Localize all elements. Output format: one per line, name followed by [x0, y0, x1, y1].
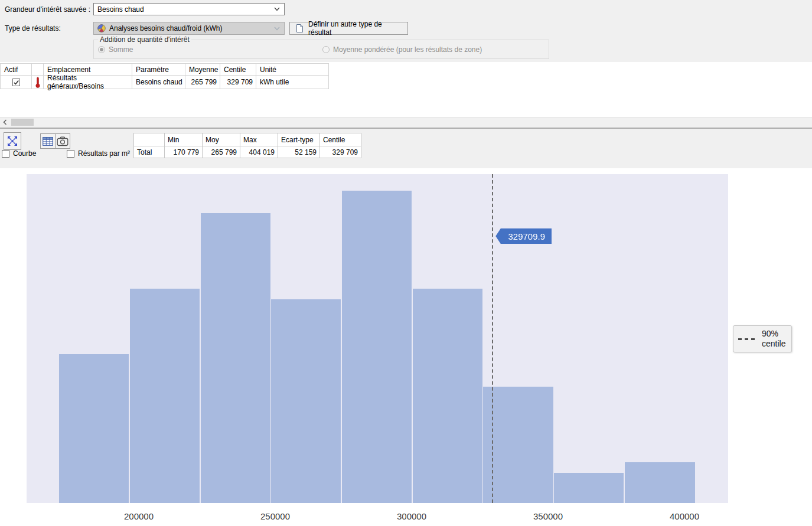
- thermometer-icon: [35, 77, 41, 88]
- stats-header-ecart-type: Ecart-type: [278, 133, 320, 146]
- resultats-m2-checkbox[interactable]: [67, 150, 74, 158]
- percentile-value-label: 329709.9: [495, 228, 552, 244]
- histogram-bar: [130, 289, 200, 503]
- snapshot-button[interactable]: [55, 133, 70, 149]
- stats-total-label: Total: [134, 146, 165, 158]
- courbe-checkbox-label: Courbe: [13, 149, 36, 158]
- scrollbar-thumb[interactable]: [11, 119, 34, 126]
- saved-quantity-value: Besoins chaud: [94, 5, 274, 14]
- results-table: Actif Emplacement Paramètre Moyenne Cent…: [0, 63, 329, 89]
- column-header-actif[interactable]: Actif: [1, 64, 32, 76]
- legend: 90% centile: [733, 325, 792, 352]
- radio-icon: [322, 46, 330, 53]
- chevron-down-icon: [274, 27, 280, 31]
- histogram-bar: [413, 289, 482, 503]
- courbe-checkbox-row[interactable]: Courbe: [2, 149, 36, 158]
- x-axis-tick-label: 250000: [260, 511, 290, 521]
- stats-max-value: 404 019: [240, 146, 278, 158]
- stats-header-max: Max: [240, 133, 278, 146]
- define-result-type-button[interactable]: Définir un autre type de résultat: [289, 22, 408, 35]
- stats-centile-value: 329 709: [320, 146, 361, 158]
- addition-groupbox: Addition de quantité d'intérêt Somme Moy…: [93, 40, 549, 59]
- plot-area: 329709.9: [27, 174, 728, 503]
- results-table-panel: Actif Emplacement Paramètre Moyenne Cent…: [0, 62, 812, 117]
- histogram-bar: [59, 354, 129, 503]
- histogram-bar: [201, 213, 270, 503]
- x-axis-tick-label: 350000: [533, 511, 563, 521]
- legend-line-1: 90%: [762, 329, 785, 339]
- percentile-line: [492, 174, 493, 503]
- pie-chart-icon: [97, 24, 106, 32]
- top-panel: Grandeur d'intérêt sauvée : Besoins chau…: [0, 0, 812, 62]
- resultats-m2-checkbox-row[interactable]: Résultats par m²: [67, 149, 130, 158]
- radio-icon: [98, 46, 105, 53]
- stats-total-row: Total 170 779 265 799 404 019 52 159 329…: [134, 146, 361, 158]
- radio-moyenne-ponderee-label: Moyenne pondérée (pour les résultats de …: [333, 45, 482, 54]
- row-actif-cell[interactable]: [1, 76, 32, 89]
- root-window: Grandeur d'intérêt sauvée : Besoins chau…: [0, 0, 812, 526]
- dashed-line-legend-icon: [738, 338, 756, 340]
- chart-panel: 329709.9 200000250000300000350000400000 …: [0, 168, 812, 526]
- stats-header-min: Min: [165, 133, 203, 146]
- column-header-parametre[interactable]: Paramètre: [132, 64, 185, 76]
- row-icon-cell: [32, 76, 44, 89]
- column-header-icon[interactable]: [32, 64, 44, 76]
- row-unite-cell[interactable]: kWh utile: [256, 76, 329, 89]
- row-emplacement-cell[interactable]: Résultats généraux/Besoins: [44, 76, 132, 89]
- x-axis-tick-label: 400000: [670, 511, 699, 521]
- resultats-m2-checkbox-label: Résultats par m²: [78, 149, 130, 158]
- stats-header-moy: Moy: [203, 133, 240, 146]
- result-type-value: Analyses besoins chaud/froid (kWh): [106, 24, 274, 32]
- define-result-type-label: Définir un autre type de résultat: [308, 20, 402, 37]
- histogram-bar: [342, 191, 412, 503]
- fit-view-button[interactable]: [4, 132, 21, 150]
- result-type-dropdown[interactable]: Analyses besoins chaud/froid (kWh): [93, 22, 285, 35]
- x-axis-tick-label: 300000: [397, 511, 426, 521]
- horizontal-scrollbar[interactable]: [0, 117, 812, 127]
- document-icon: [296, 24, 304, 33]
- row-centile-cell[interactable]: 329 709: [220, 76, 256, 89]
- row-moyenne-cell[interactable]: 265 799: [185, 76, 220, 89]
- table-view-button[interactable]: [40, 133, 56, 149]
- histogram-bar: [271, 299, 341, 503]
- addition-groupbox-title: Addition de quantité d'intérêt: [98, 35, 191, 44]
- x-axis-tick-label: 200000: [124, 511, 154, 521]
- stats-ecart-type-value: 52 159: [278, 146, 320, 158]
- histogram-bar: [483, 387, 553, 503]
- radio-somme-label: Somme: [109, 45, 133, 54]
- stats-header-centile: Centile: [320, 133, 361, 146]
- histogram-bar: [625, 462, 696, 503]
- column-header-moyenne[interactable]: Moyenne: [185, 64, 220, 76]
- column-header-unite[interactable]: Unité: [256, 64, 329, 76]
- result-type-label: Type de résultats:: [5, 24, 61, 32]
- scroll-left-arrow-icon[interactable]: [0, 117, 10, 127]
- table-icon: [43, 137, 53, 146]
- legend-line-2: centile: [762, 339, 785, 349]
- tools-panel: Courbe Résultats par m² Min Moy Max Ecar…: [0, 129, 812, 168]
- radio-moyenne-ponderee[interactable]: Moyenne pondérée (pour les résultats de …: [322, 45, 482, 54]
- row-active-checkbox[interactable]: [12, 79, 20, 86]
- stats-min-value: 170 779: [165, 146, 203, 158]
- chevron-down-icon: [274, 7, 280, 11]
- courbe-checkbox[interactable]: [2, 150, 9, 158]
- stats-moy-value: 265 799: [203, 146, 240, 158]
- row-parametre-cell[interactable]: Besoins chaud: [132, 76, 185, 89]
- saved-quantity-dropdown[interactable]: Besoins chaud: [93, 3, 285, 15]
- histogram-bar: [554, 473, 624, 503]
- column-header-centile[interactable]: Centile: [220, 64, 256, 76]
- radio-somme[interactable]: Somme: [98, 45, 133, 54]
- stats-table: Min Moy Max Ecart-type Centile Total 170…: [133, 133, 361, 158]
- fit-view-icon: [6, 135, 18, 147]
- saved-quantity-label: Grandeur d'intérêt sauvée :: [5, 5, 90, 14]
- stats-header-empty: [134, 133, 165, 146]
- camera-icon: [57, 136, 69, 146]
